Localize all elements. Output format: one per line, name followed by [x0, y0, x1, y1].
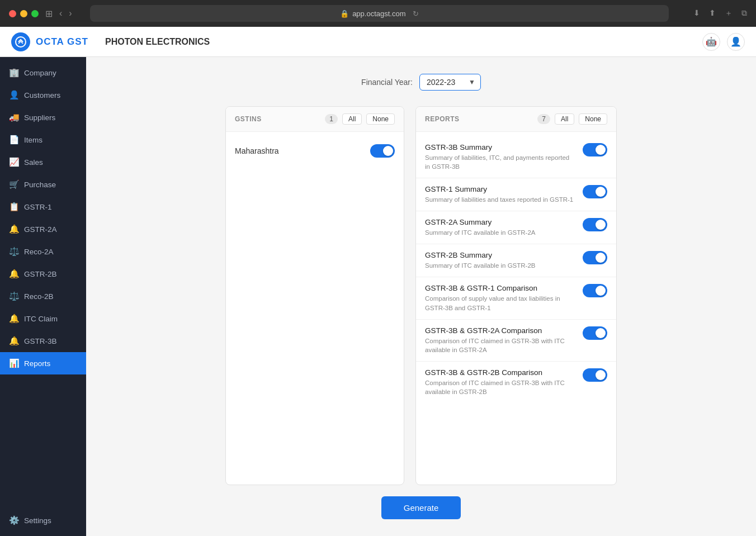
gstins-panel-title: GSTINS	[235, 115, 320, 123]
windows-icon[interactable]: ⧉	[741, 8, 747, 18]
sidebar-item-reco2a[interactable]: ⚖️ Reco-2A	[0, 240, 86, 263]
report-row: GSTR-3B SummarySummary of liabilities, I…	[416, 136, 616, 178]
report-name: GSTR-3B & GSTR-2B Comparison	[425, 368, 576, 377]
sidebar-item-suppliers[interactable]: 🚚 Suppliers	[0, 106, 86, 129]
purchase-icon: 🛒	[9, 179, 19, 189]
sidebar-item-sales[interactable]: 📈 Sales	[0, 151, 86, 173]
new-tab-icon[interactable]: ＋	[725, 8, 733, 18]
minimize-button[interactable]	[20, 10, 27, 17]
sidebar-label-company: Company	[24, 69, 56, 77]
browser-chrome: ⊞ ‹ › 🔒 app.octagst.com ↻ ⬇ ⬆ ＋ ⧉	[0, 0, 756, 27]
content-area: Financial Year: 2022-23 2021-22 2020-21 …	[86, 57, 756, 536]
reco2b-icon: ⚖️	[9, 291, 19, 301]
report-name: GSTR-2A Summary	[425, 218, 576, 226]
sidebar-label-itcclaim: ITC Claim	[24, 315, 58, 323]
sidebar-label-gstr2a: GSTR-2A	[24, 225, 57, 234]
sidebar-label-reco2b: Reco-2B	[24, 292, 54, 301]
report-info: GSTR-2B SummarySummary of ITC available …	[425, 251, 576, 270]
reports-panel-title: REPORTS	[425, 115, 533, 123]
sidebar-item-reports[interactable]: 📊 Reports	[0, 352, 86, 374]
gstins-all-button[interactable]: All	[342, 113, 362, 125]
report-info: GSTR-3B & GSTR-2B ComparisonComparison o…	[425, 368, 576, 396]
sidebar-label-sales: Sales	[24, 158, 43, 167]
gstins-none-button[interactable]: None	[366, 113, 395, 125]
sidebar-item-reco2b[interactable]: ⚖️ Reco-2B	[0, 285, 86, 307]
sidebar-label-items: Items	[24, 136, 42, 144]
report-toggle-3[interactable]	[583, 251, 607, 264]
lock-icon: 🔒	[340, 10, 349, 18]
top-bar: OCTA GST PHOTON ELECTRONICS 🤖 👤	[0, 27, 756, 57]
sidebar-label-settings: Settings	[24, 516, 51, 525]
robot-icon-button[interactable]: 🤖	[702, 33, 720, 51]
gstr3b-icon: 🔔	[9, 336, 19, 346]
traffic-lights	[9, 10, 39, 17]
items-icon: 📄	[9, 135, 19, 145]
report-name: GSTR-3B & GSTR-2A Comparison	[425, 326, 576, 335]
report-row: GSTR-3B & GSTR-1 ComparisonComparison of…	[416, 277, 616, 319]
sidebar-label-gstr1: GSTR-1	[24, 203, 52, 211]
address-bar[interactable]: 🔒 app.octagst.com ↻	[90, 5, 669, 22]
gstr2a-icon: 🔔	[9, 224, 19, 234]
sidebar-item-company[interactable]: 🏢 Company	[0, 61, 86, 84]
financial-year-select[interactable]: 2022-23 2021-22 2020-21	[419, 74, 481, 91]
reco2a-icon: ⚖️	[9, 246, 19, 257]
download-icon[interactable]: ⬇	[693, 8, 700, 18]
report-name: GSTR-3B Summary	[425, 143, 576, 151]
sidebar-item-items[interactable]: 📄 Items	[0, 129, 86, 151]
sidebar-item-gstr2b[interactable]: 🔔 GSTR-2B	[0, 263, 86, 285]
itcclaim-icon: 🔔	[9, 314, 19, 324]
report-toggle-2[interactable]	[583, 218, 607, 231]
report-desc: Summary of liabilities and taxes reporte…	[425, 195, 576, 204]
gstr2b-icon: 🔔	[9, 269, 19, 279]
refresh-icon: ↻	[413, 10, 419, 18]
reports-count: 7	[537, 114, 550, 124]
report-toggle-5[interactable]	[583, 326, 607, 340]
sidebar-item-gstr3b[interactable]: 🔔 GSTR-3B	[0, 330, 86, 352]
report-toggle-4[interactable]	[583, 284, 607, 297]
reports-all-button[interactable]: All	[555, 113, 574, 125]
sales-icon: 📈	[9, 157, 19, 167]
report-toggle-6[interactable]	[583, 368, 607, 382]
reports-panel: REPORTS 7 All None GSTR-3B SummarySummar…	[415, 106, 617, 485]
main-content: 🏢 Company 👤 Customers 🚚 Suppliers 📄 Item…	[0, 57, 756, 536]
sidebar-item-customers[interactable]: 👤 Customers	[0, 84, 86, 106]
company-name: PHOTON ELECTRONICS	[105, 37, 210, 47]
sidebar-item-gstr1[interactable]: 📋 GSTR-1	[0, 196, 86, 218]
report-info: GSTR-1 SummarySummary of liabilities and…	[425, 185, 576, 204]
financial-year-label: Financial Year:	[361, 78, 413, 87]
tab-layout-icon[interactable]: ⊞	[45, 8, 53, 19]
share-icon[interactable]: ⬆	[709, 8, 716, 18]
suppliers-icon: 🚚	[9, 112, 19, 122]
gstin-toggle-maharashtra[interactable]	[370, 144, 395, 158]
report-row: GSTR-2A SummarySummary of ITC available …	[416, 211, 616, 244]
financial-year-select-wrapper: 2022-23 2021-22 2020-21 ▼	[419, 74, 481, 91]
fullscreen-button[interactable]	[31, 10, 39, 17]
sidebar-item-settings[interactable]: ⚙️ Settings	[0, 509, 86, 532]
settings-icon: ⚙️	[9, 515, 19, 525]
financial-year-row: Financial Year: 2022-23 2021-22 2020-21 …	[361, 74, 481, 91]
company-icon: 🏢	[9, 68, 19, 78]
sidebar-item-purchase[interactable]: 🛒 Purchase	[0, 173, 86, 196]
report-row: GSTR-3B & GSTR-2B ComparisonComparison o…	[416, 362, 616, 403]
sidebar-label-suppliers: Suppliers	[24, 113, 55, 122]
sidebar-item-itcclaim[interactable]: 🔔 ITC Claim	[0, 307, 86, 330]
sidebar-item-gstr2a[interactable]: 🔔 GSTR-2A	[0, 218, 86, 240]
gstin-name-maharashtra: Maharashtra	[235, 146, 279, 155]
sidebar-label-gstr3b: GSTR-3B	[24, 337, 57, 345]
reports-none-button[interactable]: None	[579, 113, 607, 125]
gstr1-icon: 📋	[9, 202, 19, 212]
report-info: GSTR-3B & GSTR-1 ComparisonComparison of…	[425, 284, 576, 312]
report-desc: Summary of ITC available in GSTR-2A	[425, 228, 576, 237]
close-button[interactable]	[9, 10, 16, 17]
report-info: GSTR-2A SummarySummary of ITC available …	[425, 218, 576, 237]
forward-button[interactable]: ›	[69, 8, 72, 18]
report-toggle-1[interactable]	[583, 185, 607, 198]
report-toggle-0[interactable]	[583, 143, 607, 156]
url-text: app.octagst.com	[352, 10, 405, 18]
logo-icon	[11, 32, 30, 51]
browser-toolbar-icons: ⬇ ⬆ ＋ ⧉	[693, 8, 747, 18]
user-icon-button[interactable]: 👤	[727, 33, 745, 51]
app-wrapper: OCTA GST PHOTON ELECTRONICS 🤖 👤 🏢 Compan…	[0, 27, 756, 536]
back-button[interactable]: ‹	[59, 8, 62, 18]
generate-button[interactable]: Generate	[381, 496, 461, 519]
